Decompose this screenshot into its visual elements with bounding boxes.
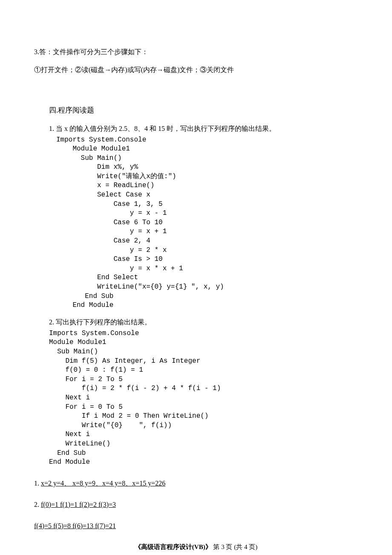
- answers-block: 1. x=2 y=4、 x=8 y=9、x=4 y=8、x=15 y=226 2…: [34, 478, 358, 531]
- footer-title: 《高级语言程序设计(VB)》: [135, 543, 212, 550]
- question-1-intro: 1. 当 x 的输入值分别为 2.5、8、4 和 15 时，写出执行下列程序的输…: [49, 124, 358, 134]
- answer-3-line-2: ①打开文件；②读(磁盘→内存)或写(内存→磁盘)文件；③关闭文件: [34, 65, 358, 75]
- question-1-code: Imports System.Console Module Module1 Su…: [56, 136, 358, 310]
- answer-3-line-1: 3.答：文件操作可分为三个步骤如下：: [34, 47, 358, 57]
- answer-2-prefix: 2.: [34, 501, 41, 508]
- footer-page-mid: 页 (共: [225, 543, 244, 550]
- document-page: 3.答：文件操作可分为三个步骤如下： ①打开文件；②读(磁盘→内存)或写(内存→…: [0, 0, 392, 555]
- answer-2-cont-text: f(4)=5 f(5)=8 f(6)=13 f(7)=21: [34, 522, 116, 529]
- answer-1-text: x=2 y=4、 x=8 y=9、x=4 y=8、x=15 y=226: [41, 480, 165, 487]
- answer-1: 1. x=2 y=4、 x=8 y=9、x=4 y=8、x=15 y=226: [34, 478, 358, 489]
- answer-2-text: f(0)=1 f(1)=1 f(2)=2 f(3)=3: [41, 501, 116, 508]
- question-2-intro: 2. 写出执行下列程序的输出结果。: [49, 317, 358, 327]
- footer-page-prefix: 第: [212, 543, 222, 550]
- footer-page-current: 3: [221, 543, 225, 550]
- footer-page-suffix: 页): [247, 543, 257, 550]
- answer-2: 2. f(0)=1 f(1)=1 f(2)=2 f(3)=3: [34, 500, 358, 510]
- question-2-code: Imports System.Console Module Module1 Su…: [49, 329, 358, 467]
- page-footer: 《高级语言程序设计(VB)》 第 3 页 (共 4 页): [34, 542, 358, 552]
- section-4-heading: 四.程序阅读题: [49, 105, 358, 116]
- answer-1-prefix: 1.: [34, 480, 41, 487]
- answer-2-cont: f(4)=5 f(5)=8 f(6)=13 f(7)=21: [34, 521, 358, 531]
